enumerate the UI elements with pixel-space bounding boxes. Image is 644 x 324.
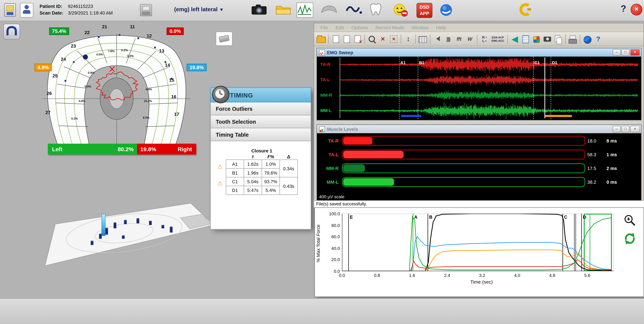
close-icon[interactable]: × xyxy=(630,126,640,132)
timing-menu: Force OutliersTooth SelectionTiming Tabl… xyxy=(210,102,311,141)
wave-icon[interactable] xyxy=(345,3,363,16)
green-arrow-icon[interactable]: ◀ xyxy=(510,33,520,45)
arch-view-icon[interactable] xyxy=(3,24,20,39)
y-tick-label: 40.0 xyxy=(322,246,340,251)
muscle-level-row: TA-L58.31 ms xyxy=(317,149,641,159)
dental-arch-map[interactable] xyxy=(19,22,214,151)
camera-icon[interactable] xyxy=(542,33,552,45)
timing-panel: TIMING Force OutliersTooth SelectionTimi… xyxy=(210,87,311,228)
level-ms: 1 ms xyxy=(606,152,628,157)
copy-icon[interactable] xyxy=(553,33,564,45)
tooth-icon[interactable] xyxy=(368,2,383,17)
zoom-in-icon[interactable] xyxy=(623,214,637,228)
level-bar xyxy=(342,149,585,159)
menu-file[interactable]: File xyxy=(316,25,332,30)
menu-options[interactable]: Options xyxy=(348,25,372,30)
channel-label-ta-l: TA-L xyxy=(320,77,330,82)
clamp-icon[interactable] xyxy=(517,2,532,17)
x-tick-label: 1.6 xyxy=(405,273,419,278)
timing-menu-item-force-outliers[interactable]: Force Outliers xyxy=(210,102,311,115)
import-file-icon[interactable]: ← xyxy=(330,33,341,45)
fit-vertical-icon[interactable]: ↕ xyxy=(403,33,414,45)
minimize-icon[interactable]: – xyxy=(613,49,620,56)
print-icon[interactable] xyxy=(567,33,578,45)
help-icon[interactable]: ? xyxy=(620,3,626,14)
view-selector-dropdown[interactable]: (emg) left lateral▼ xyxy=(174,6,224,13)
muscle-level-row: MM-L38.20 ms xyxy=(317,177,641,187)
menu-record-mode[interactable]: Record Mode xyxy=(372,25,408,30)
level-bar-fill xyxy=(343,151,404,158)
save-icon[interactable] xyxy=(140,4,152,16)
appliance-icon[interactable] xyxy=(320,4,338,15)
maximize-icon[interactable]: □ xyxy=(622,49,630,56)
timing-table: Closure 1tF%ΔA11.62s1.0%0.34sB11.96s79.6… xyxy=(226,148,298,195)
deselect-icon[interactable]: × xyxy=(388,33,399,45)
level-bar-fill xyxy=(343,178,394,186)
maximize-icon[interactable]: □ xyxy=(622,126,630,132)
signal-modes-icon[interactable]: EGN ACPEMG ACC xyxy=(490,33,506,45)
emg-toolbar: ←→×××↕)))fftWR ▪L ▪EGN ACPEMG ACC◀? xyxy=(314,31,644,46)
delete-file-icon[interactable]: × xyxy=(352,33,363,45)
grid-icon[interactable] xyxy=(418,33,428,45)
timing-menu-item-timing-table[interactable]: Timing Table xyxy=(210,128,311,141)
dsd-app-icon[interactable]: DSD APP xyxy=(416,3,432,18)
force-3d-view[interactable] xyxy=(37,199,220,270)
level-bar xyxy=(342,136,585,146)
sphere-icon[interactable] xyxy=(439,3,454,17)
level-ms: 8 ms xyxy=(606,138,628,143)
muscle-levels-titlebar[interactable]: Muscle Levels – □ × xyxy=(317,125,641,133)
fft-icon[interactable]: fft xyxy=(454,33,464,45)
emg-sweep-titlebar[interactable]: EMG Sweep – □ × xyxy=(317,48,641,57)
left-percent: 80.2% xyxy=(118,146,134,152)
sound-icon[interactable]: ))) xyxy=(443,33,454,45)
warning-icon: ⚠ xyxy=(218,163,223,170)
waveform-chart-icon[interactable] xyxy=(296,2,313,17)
rl-channels-icon[interactable]: R ▪L ▪ xyxy=(479,33,490,45)
menu-window[interactable]: Window xyxy=(408,25,432,30)
muscle-level-row: MM-R17.52 ms xyxy=(317,163,641,173)
zoom-icon[interactable] xyxy=(366,33,377,45)
emg-sweep-title: EMG Sweep xyxy=(327,50,612,55)
open-folder-icon[interactable] xyxy=(316,33,326,45)
camera-icon[interactable] xyxy=(250,3,268,16)
left-force-segment: Left 80.2% xyxy=(48,144,137,155)
timing-title: TIMING xyxy=(230,91,253,99)
x-tick-label: 3.2 xyxy=(475,273,489,278)
emg-sweep-plot[interactable]: TA-RTA-LMM-RMM-LA1B1C1D1 xyxy=(317,57,641,119)
globe-icon[interactable] xyxy=(582,33,592,45)
x-tick-label: 2.4 xyxy=(440,273,454,278)
patient-card-icon[interactable] xyxy=(20,3,33,17)
y-tick-label: 100.0 xyxy=(322,211,340,216)
folder-icon[interactable] xyxy=(275,3,292,16)
disable-face-icon[interactable] xyxy=(392,2,408,17)
y-axis-label: % Max Total Force xyxy=(316,215,322,273)
delete-icon[interactable]: × xyxy=(378,33,388,45)
refresh-icon[interactable] xyxy=(623,232,637,246)
close-icon[interactable]: × xyxy=(631,4,642,15)
level-bar-fill xyxy=(343,164,365,172)
mute-icon[interactable] xyxy=(432,33,443,45)
export-file-icon[interactable]: → xyxy=(341,33,352,45)
palette-icon[interactable] xyxy=(531,33,542,45)
y-tick-label: 80.0 xyxy=(322,223,340,228)
app-window: Patient ID: 9246115223 Scan Date: 3/29/2… xyxy=(0,0,644,324)
menu-edit[interactable]: Edit xyxy=(332,25,348,30)
scan-date-value: 3/29/2021 1:18:40 AM xyxy=(68,10,113,15)
minimize-icon[interactable]: – xyxy=(613,126,620,132)
dsd-line2: APP xyxy=(417,10,432,17)
window-fn-icon[interactable]: W xyxy=(464,33,475,45)
notes-icon[interactable] xyxy=(520,33,531,45)
level-value: 17.5 xyxy=(585,166,606,171)
svg-text:E: E xyxy=(350,215,353,220)
close-icon[interactable]: × xyxy=(630,49,640,56)
dsd-line1: DSD xyxy=(417,4,432,10)
help-icon[interactable]: ? xyxy=(593,33,604,45)
view-selector-value: (emg) left lateral xyxy=(174,6,218,13)
eraser-tool-button[interactable] xyxy=(216,31,232,46)
emg-sweep-window: EMG Sweep – □ × TA-RTA-LMM-RMM-LA1B1C1D1 xyxy=(316,48,642,120)
chevron-down-icon: ▼ xyxy=(219,7,224,12)
force-plot[interactable]: EABCD xyxy=(342,214,614,271)
timing-menu-item-tooth-selection[interactable]: Tooth Selection xyxy=(210,115,311,128)
menu-help[interactable]: Help xyxy=(432,25,450,30)
app-icon[interactable] xyxy=(4,3,16,16)
